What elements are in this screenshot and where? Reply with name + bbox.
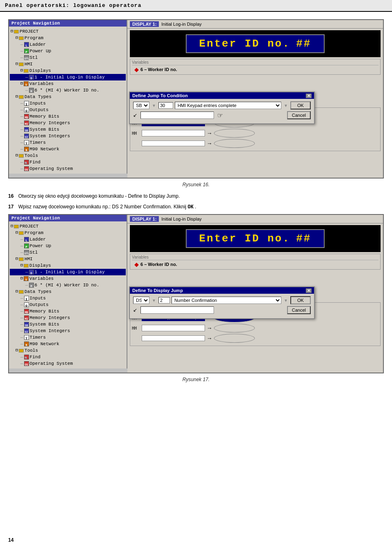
dialog-titlebar-2: Define To Display Jump ✕ [130, 287, 314, 294]
nav-item[interactable]: ⊟ Displays [10, 262, 126, 269]
folder-icon [19, 95, 24, 99]
nav-item[interactable]: — OS Operating System [10, 360, 126, 367]
nav-item[interactable]: ⊟ Tools [10, 347, 126, 354]
nav-item[interactable]: — M 6 * (MI 4) Worker ID no. [10, 282, 126, 288]
nav-item[interactable]: ⊟ PROJECT [10, 28, 126, 35]
find-icon: 🔍 [24, 355, 29, 359]
dialog-num-input-1[interactable] [158, 102, 173, 109]
page-header: Panel operatorski: logowanie operatora [0, 0, 392, 12]
nav-item[interactable]: — SI System Integers [10, 328, 126, 334]
nav-item[interactable]: ⊟ HMI [10, 61, 126, 67]
dialog-title-2: Define To Display Jump [132, 288, 183, 293]
nav-item[interactable]: ⊟ Data Types [10, 94, 126, 100]
nav-item[interactable]: — 🔍 Find [10, 159, 126, 165]
nav-item[interactable]: — T Timers [10, 139, 126, 146]
sb-icon: SB [24, 322, 29, 327]
jump-arrow-2: → [207, 130, 212, 136]
nav-item[interactable]: — SB System Bits [10, 321, 126, 328]
network-icon: N [24, 147, 29, 152]
nav-item[interactable]: — SI System Integers [10, 133, 126, 139]
var-diamond-icon: ◆ [134, 66, 139, 73]
nav-item[interactable]: — L Ladder [10, 236, 126, 243]
jump-input-2-2[interactable] [142, 325, 205, 331]
folder-icon [19, 154, 24, 158]
nav-title-2: Project Navigation [9, 215, 127, 221]
nav-item[interactable]: — I Inputs [10, 295, 126, 301]
nav-item[interactable]: — 🔍 Find [10, 354, 126, 360]
folder-icon [19, 257, 24, 261]
dialog-condition-select-2[interactable]: Number Confirmation [172, 297, 281, 304]
nav-item[interactable]: ⊟ PROJECT [10, 223, 126, 230]
nav-item[interactable]: — I Inputs [10, 100, 126, 107]
folder-icon [24, 264, 29, 268]
dialog-ok-btn-2[interactable]: OK [290, 296, 311, 304]
display-label-1: DISPLAY 1: [130, 21, 159, 27]
dialog-close-btn-1[interactable]: ✕ [306, 94, 312, 98]
nav-item[interactable]: ⊟ V Variables [10, 80, 126, 87]
mb-icon: MB [24, 114, 29, 119]
nav-item[interactable]: — SB System Bits [10, 126, 126, 133]
nav-item[interactable]: ⊟ V Variables [10, 275, 126, 282]
folder-icon [19, 36, 24, 40]
nav-item[interactable]: — P Power Up [10, 48, 126, 54]
os-icon: OS [24, 361, 29, 366]
folder-icon [24, 69, 29, 73]
dialog-condition-select-1[interactable]: HMI Keypad entries complete [175, 102, 281, 109]
mb-icon: MB [24, 309, 29, 314]
nav-item[interactable]: — M 6 * (MI 4) Worker ID no. [10, 87, 126, 94]
dialog-title-1: Define Jump To Condition [132, 93, 188, 98]
si-icon: SI [24, 328, 29, 333]
nav-item[interactable]: — N M90 Network [10, 146, 126, 152]
dialog-display-jump: Define To Display Jump ✕ DS ▼ Number Con… [129, 286, 315, 319]
nav-item[interactable]: ⊟ Data Types [10, 288, 126, 295]
display-icon: D [29, 270, 34, 275]
nav-item[interactable]: ⊟ Program [10, 35, 126, 41]
nav-item[interactable]: — L Ladder [10, 41, 126, 48]
nav-item[interactable]: — T Timers [10, 334, 126, 341]
dialog-close-btn-2[interactable]: ✕ [306, 288, 312, 293]
nav-item[interactable]: — STL Stl [10, 249, 126, 256]
jump-input-2-3[interactable] [142, 335, 205, 341]
display-name-2: Initial Log-in Display [161, 217, 201, 221]
dialog-row-2a: DS ▼ Number Confirmation ▼ OK [133, 296, 311, 304]
dialog-ok-btn-1[interactable]: OK [290, 101, 311, 109]
display-icon: D [29, 75, 34, 80]
outputs-icon: O [24, 302, 29, 307]
nav-item-selected-2[interactable]: — D 1 - Initial Log-in Display [10, 269, 126, 275]
main-display-1: DISPLAY 1: Initial Log-in Display Enter … [127, 20, 383, 178]
jump-arrow-3: → [207, 140, 212, 147]
dialog-text-input-1[interactable] [140, 112, 214, 119]
dialog-titlebar-1: Define Jump To Condition ✕ [130, 92, 314, 99]
dialog-type-select-1[interactable]: SB [133, 102, 149, 109]
nav-panel-2: Project Navigation ⊟ PROJECT ⊟ Program — [9, 215, 127, 368]
nav-item[interactable]: — O Outputs [10, 301, 126, 308]
caption-figure17: Rysunek 17. [8, 375, 384, 384]
dialog-type-select-2[interactable]: DS [133, 297, 149, 304]
dropdown-arrow-4: ▼ [284, 298, 288, 303]
dialog-cancel-btn-2[interactable]: Cancel [287, 306, 311, 314]
nav-item[interactable]: — O Outputs [10, 107, 126, 113]
nav-item[interactable]: — P Power Up [10, 243, 126, 249]
dialog-num-input-2[interactable] [158, 297, 170, 304]
nav-item-memory-integers[interactable]: — MI Memory Integers [10, 120, 126, 126]
dropdown-arrow-3: ▼ [152, 298, 156, 303]
jump-arrow-2-3: → [207, 335, 212, 342]
nav-item[interactable]: ⊟ Tools [10, 152, 126, 159]
nav-item[interactable]: ⊟ Displays [10, 67, 126, 74]
mi-icon: MI [24, 121, 29, 125]
nav-item-memory-bits[interactable]: — MB Memory Bits [10, 113, 126, 120]
dialog-text-input-2[interactable] [140, 306, 214, 314]
nav-item[interactable]: — OS Operating System [10, 165, 126, 172]
jump-input-3[interactable] [142, 141, 205, 146]
nav-item[interactable]: — STL Stl [10, 54, 126, 61]
dialog-cancel-btn-1[interactable]: Cancel [287, 111, 311, 119]
nav-item-selected[interactable]: — D 1 - Initial Log-in Display [10, 74, 126, 80]
folder-icon [19, 63, 24, 66]
nav-item[interactable]: ⊟ Program [10, 230, 126, 236]
nav-item-memory-integers-2[interactable]: — MI Memory Integers [10, 315, 126, 321]
nav-item-memory-bits-2[interactable]: — MB Memory Bits [10, 308, 126, 315]
dialog-row-2: ↙ ☞ Cancel [133, 111, 311, 119]
nav-item[interactable]: — N M90 Network [10, 341, 126, 347]
jump-input-2[interactable] [142, 130, 205, 136]
nav-item[interactable]: ⊟ HMI [10, 256, 126, 262]
